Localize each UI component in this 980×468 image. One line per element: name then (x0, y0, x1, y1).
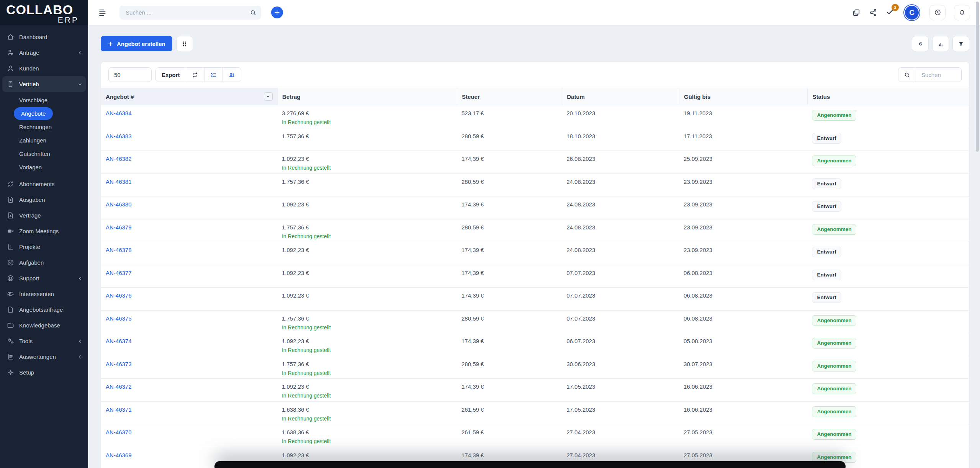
sidebar-item-vertr-ge[interactable]: Verträge (0, 208, 88, 223)
sidebar-item-dashboard[interactable]: Dashboard (0, 29, 88, 45)
bulk-actions-button[interactable] (204, 68, 223, 82)
sidebar-item-knowledgebase[interactable]: Knowledgebase (0, 317, 88, 333)
filter-button[interactable] (952, 36, 969, 51)
table-row[interactable]: AN-463831.757,36 €280,59 €18.10.202317.1… (101, 128, 969, 151)
sidebar-item-auswertungen[interactable]: Auswertungen (0, 349, 88, 365)
sidebar-item-angebotsanfrage[interactable]: Angebotsanfrage (0, 302, 88, 317)
vertical-scrollbar[interactable] (976, 2, 979, 152)
table-row[interactable]: AN-463843.276,69 €In Rechnung gestellt52… (101, 105, 969, 128)
quote-link[interactable]: AN-46378 (106, 247, 132, 253)
quote-link[interactable]: AN-46379 (106, 224, 132, 231)
column-header-betrag[interactable]: Betrag (277, 88, 457, 105)
todo-count-badge: 2 (892, 4, 899, 11)
table-search-input[interactable] (916, 68, 961, 82)
sidebar-item-interessenten[interactable]: Interessenten (0, 286, 88, 302)
app-logo: COLLABO ERP (0, 0, 88, 25)
sidebar-toggle-icon[interactable] (98, 8, 108, 18)
avatar[interactable]: C (904, 5, 919, 20)
quote-link[interactable]: AN-46383 (106, 133, 132, 139)
quote-link[interactable]: AN-46375 (106, 315, 132, 322)
chart-view-button[interactable] (932, 36, 949, 51)
cell-gueltig: 27.05.2023 (679, 424, 807, 447)
sidebar-item-support[interactable]: Support (0, 270, 88, 286)
sidebar-subitem-zahlungen[interactable]: Zahlungen (0, 134, 88, 147)
quick-create-button[interactable] (271, 7, 283, 18)
table-row[interactable]: AN-463731.757,36 €In Rechnung gestellt28… (101, 356, 969, 379)
sidebar-subitem-vorlagen[interactable]: Vorlagen (0, 160, 88, 174)
table-row[interactable]: AN-463711.638,36 €In Rechnung gestellt26… (101, 402, 969, 425)
sidebar-item-aufgaben[interactable]: Aufgaben (0, 255, 88, 270)
reload-button[interactable] (186, 68, 204, 82)
quote-link[interactable]: AN-46369 (106, 452, 132, 458)
sort-caret-button[interactable] (264, 92, 273, 101)
quote-link[interactable]: AN-46382 (106, 155, 132, 162)
sidebar-subitem-angebote[interactable]: Angebote (14, 107, 88, 120)
quote-link[interactable]: AN-46373 (106, 361, 132, 367)
page-size-input[interactable] (108, 67, 152, 82)
sidebar-item-setup[interactable]: Setup (0, 365, 88, 380)
table-row[interactable]: AN-463801.092,23 €174,39 €24.08.202323.0… (101, 196, 969, 219)
collapse-button[interactable] (912, 36, 929, 51)
table-row[interactable]: AN-463771.092,23 €174,39 €07.07.202306.0… (101, 265, 969, 288)
cell-betrag: 1.757,36 €In Rechnung gestellt (277, 356, 457, 379)
search-icon[interactable] (250, 9, 257, 16)
sidebar: COLLABO ERP Dashboard Anträge Kunden Ver… (0, 0, 88, 468)
cell-datum: 17.05.2023 (562, 402, 679, 424)
todo-check[interactable]: 2 (886, 8, 894, 18)
cell-status: Angenommen (807, 333, 969, 356)
global-search-input[interactable] (119, 6, 261, 20)
table-search-button[interactable] (898, 68, 916, 82)
sidebar-item-vertrieb[interactable]: Vertrieb (2, 76, 86, 92)
table-row[interactable]: AN-463721.092,23 €In Rechnung gestellt17… (101, 379, 969, 402)
table-row[interactable]: AN-463741.092,23 €In Rechnung gestellt17… (101, 333, 969, 356)
sidebar-item-zoom-meetings[interactable]: Zoom Meetings (0, 223, 88, 239)
sidebar-item-antr-ge[interactable]: Anträge (0, 45, 88, 61)
assigned-filter-button[interactable] (223, 68, 241, 82)
column-header-datum[interactable]: Datum (562, 88, 679, 105)
sidebar-item-projekte[interactable]: Projekte (0, 239, 88, 255)
table-row[interactable]: AN-463821.092,23 €In Rechnung gestellt17… (101, 151, 969, 174)
quote-link[interactable]: AN-46377 (106, 270, 132, 276)
cell-betrag: 3.276,69 €In Rechnung gestellt (277, 105, 457, 128)
sidebar-item-tools[interactable]: Tools (0, 333, 88, 349)
notes-icon[interactable] (852, 8, 861, 17)
column-header-gueltig[interactable]: Gültig bis (679, 88, 807, 105)
table-row[interactable]: AN-463701.638,36 €In Rechnung gestellt26… (101, 424, 969, 447)
quote-link[interactable]: AN-46372 (106, 383, 132, 390)
cell-betrag: 1.092,23 €In Rechnung gestellt (277, 379, 457, 401)
table-row[interactable]: AN-463761.092,23 €174,39 €07.07.202306.0… (101, 288, 969, 311)
export-button[interactable]: Export (156, 68, 186, 82)
create-quote-button[interactable]: Angebot erstellen (101, 36, 172, 51)
cell-steuer: 280,59 € (457, 356, 562, 379)
quote-link[interactable]: AN-46381 (106, 178, 132, 185)
column-header-steuer[interactable]: Steuer (457, 88, 562, 105)
table-row[interactable]: AN-463811.757,36 €280,59 €24.08.202323.0… (101, 174, 969, 197)
column-header-angebot[interactable]: Angebot # (101, 88, 277, 105)
table-row[interactable]: AN-463781.092,23 €174,39 €24.08.202323.0… (101, 242, 969, 265)
history-button[interactable] (929, 5, 946, 20)
quote-link[interactable]: AN-46374 (106, 338, 132, 344)
cell-datum: 20.10.2023 (562, 105, 679, 128)
quote-link[interactable]: AN-46380 (106, 201, 132, 208)
page-header: Angebot erstellen (101, 36, 969, 51)
column-header-status[interactable]: Status (807, 88, 969, 105)
quote-link[interactable]: AN-46384 (106, 110, 132, 116)
table-row[interactable]: AN-463751.757,36 €In Rechnung gestellt28… (101, 311, 969, 334)
sidebar-subitem-rechnungen[interactable]: Rechnungen (0, 120, 88, 134)
quote-link[interactable]: AN-46371 (106, 406, 132, 413)
column-settings-button[interactable] (176, 36, 193, 51)
notifications-button[interactable] (954, 5, 970, 20)
sidebar-item-ausgaben[interactable]: Ausgaben (0, 192, 88, 208)
table-row[interactable]: AN-463791.757,36 €In Rechnung gestellt28… (101, 219, 969, 242)
sidebar-subitem-gutschriften[interactable]: Gutschriften (0, 147, 88, 160)
cell-betrag: 1.092,23 €In Rechnung gestellt (277, 151, 457, 173)
sidebar-subitem-vorschl-ge[interactable]: Vorschläge (0, 93, 88, 107)
quote-link[interactable]: AN-46376 (106, 292, 132, 299)
sidebar-item-kunden[interactable]: Kunden (0, 61, 88, 76)
caret-down-icon (266, 94, 270, 99)
sidebar-item-abonnements[interactable]: Abonnements (0, 176, 88, 192)
cell-gueltig: 23.09.2023 (679, 219, 807, 242)
quote-link[interactable]: AN-46370 (106, 429, 132, 435)
global-search (119, 6, 261, 20)
share-icon[interactable] (869, 8, 877, 17)
